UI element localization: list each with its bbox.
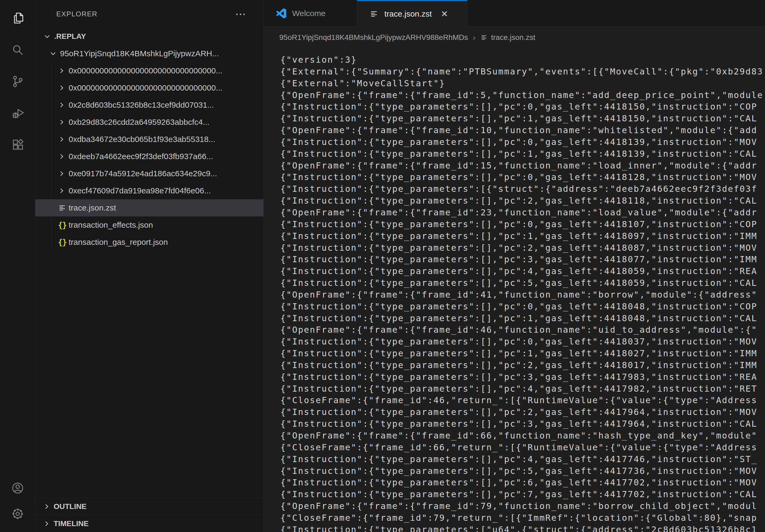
tree-file-row[interactable]: {}transaction_gas_report.json (35, 234, 264, 251)
vscode-logo-icon (276, 8, 286, 19)
code-line: {"Instruction":{"type_parameters":[],"pc… (280, 171, 765, 183)
code-line: {"Instruction":{"type_parameters":[],"pc… (280, 477, 765, 489)
tree-item-label: trace.json.zst (69, 203, 116, 212)
code-line: {"Instruction":{"type_parameters":[],"pc… (280, 230, 765, 242)
code-line: {"OpenFrame":{"frame":{"frame_id":5,"fun… (280, 90, 765, 101)
tree-row[interactable]: 0x0000000000000000000000000000000... (35, 79, 264, 97)
close-icon[interactable]: ✕ (441, 9, 448, 19)
tree-item-label: 95oR1YipjSnqd18K4BMshkLgPijypwzARH... (60, 49, 219, 58)
code-line: {"OpenFrame":{"frame":{"frame_id":15,"fu… (280, 160, 765, 172)
tree-item-label: 0xdba34672e30cb065b1f93e3ab55318... (69, 135, 215, 144)
tree-row[interactable]: 0x0000000000000000000000000000000... (35, 62, 264, 79)
chevron-down-icon (49, 50, 60, 57)
json-braces-icon: {} (58, 238, 69, 247)
git-branch-icon (11, 75, 24, 89)
code-line: {"OpenFrame":{"frame":{"frame_id":41,"fu… (280, 289, 765, 301)
extensions-icon (11, 138, 24, 152)
sidebar-header: EXPLORER ⋯ (35, 0, 264, 28)
account-button[interactable] (5, 476, 30, 501)
code-line: {"Instruction":{"type_parameters":[],"pc… (280, 371, 765, 383)
sidebar-bottom-sections: OUTLINETIMELINE (35, 498, 264, 532)
code-line: {"CloseFrame":{"frame_id":66,"return_":[… (280, 442, 765, 453)
code-line: {"OpenFrame":{"frame":{"frame_id":79,"fu… (280, 500, 765, 512)
chevron-right-icon: › (473, 33, 475, 42)
files-icon (11, 12, 24, 26)
activity-bar (0, 0, 35, 532)
json-braces-icon: {} (58, 220, 69, 230)
chevron-right-icon (58, 135, 69, 143)
account-person-icon (11, 482, 24, 496)
section-label: TIMELINE (54, 519, 89, 528)
code-line: {"CloseFrame":{"frame_id":79,"return_":[… (280, 512, 765, 524)
code-line: {"Instruction":{"type_parameters":[],"pc… (280, 195, 765, 207)
tree-item-label: transaction_effects.json (69, 220, 153, 230)
list-file-icon (480, 34, 488, 41)
extensions-activity-button[interactable] (5, 132, 30, 158)
code-line: {"Instruction":{"type_parameters":[],"pc… (280, 489, 765, 500)
chevron-right-icon (58, 170, 69, 177)
gear-icon (11, 507, 24, 521)
sidebar-title: EXPLORER (56, 10, 98, 18)
code-line: {"Instruction":{"type_parameters":[],"pc… (280, 242, 765, 254)
tree-item-label: transaction_gas_report.json (69, 238, 168, 247)
chevron-down-icon (43, 33, 54, 40)
breadcrumb-folder[interactable]: 95oR1YipjSnqd18K4BMshkLgPijypwzARHV988eR… (279, 33, 468, 42)
sidebar-explorer: EXPLORER ⋯ .REPLAY95oR1YipjSnqd18K4BMshk… (35, 0, 264, 532)
code-editor[interactable]: {"version":3}{"External":{"Summary":{"na… (264, 48, 765, 532)
source-control-activity-button[interactable] (5, 69, 30, 95)
editor-area: Welcome trace.json.zst ✕ 95oR1YipjSnqd18… (264, 0, 765, 532)
code-line: {"Instruction":{"type_parameters":[],"pc… (280, 101, 765, 113)
tree-item-label: 0xb29d83c26cdd2a64959263abbcfc4... (69, 118, 209, 127)
tab-label: trace.json.zst (384, 9, 432, 19)
tab-trace-json-zst[interactable]: trace.json.zst ✕ (357, 0, 467, 27)
indent-guide (51, 62, 52, 250)
search-activity-button[interactable] (5, 38, 30, 63)
tree-row[interactable]: 0xdba34672e30cb065b1f93e3ab55318... (35, 131, 264, 148)
code-line: {"Instruction":{"type_parameters":[],"pc… (280, 336, 765, 348)
tab-bar-empty (467, 0, 765, 27)
code-line: {"Instruction":{"type_parameters":[],"pc… (280, 418, 765, 430)
tree-item-label: 0xdeeb7a4662eec9f2f3def03fb937a66... (69, 152, 213, 161)
tree-item-label: 0xe0917b74a5912e4ad186ac634e29c9... (69, 169, 217, 178)
code-line: {"version":3} (280, 54, 765, 66)
explorer-activity-button[interactable] (5, 6, 30, 32)
tree-file-row[interactable]: {}transaction_effects.json (35, 216, 264, 234)
code-line: {"Instruction":{"type_parameters":[],"pc… (280, 254, 765, 265)
tree-item-label: 0x0000000000000000000000000000000... (69, 83, 223, 93)
tree-row[interactable]: 0xe0917b74a5912e4ad186ac634e29c9... (35, 165, 264, 182)
chevron-right-icon (58, 67, 69, 75)
code-line: {"Instruction":{"type_parameters":["u64"… (280, 524, 765, 532)
chevron-right-icon (58, 187, 69, 194)
sidebar-section-outline[interactable]: OUTLINE (35, 498, 264, 515)
code-line: {"Instruction":{"type_parameters":[],"pc… (280, 348, 765, 360)
tree-row[interactable]: .REPLAY (35, 28, 264, 45)
tree-file-row[interactable]: trace.json.zst (35, 199, 264, 216)
code-line: {"Instruction":{"type_parameters":[],"pc… (280, 136, 765, 148)
code-line: {"Instruction":{"type_parameters":[{"str… (280, 183, 765, 195)
tree-row[interactable]: 0xecf47609d7da919ea98e7fd04f6e06... (35, 182, 264, 199)
code-line: {"Instruction":{"type_parameters":[],"pc… (280, 406, 765, 418)
code-line: {"External":{"Summary":{"name":"PTBSumma… (280, 66, 765, 78)
settings-button[interactable] (5, 501, 30, 527)
code-line: {"OpenFrame":{"frame":{"frame_id":66,"fu… (280, 430, 765, 442)
run-debug-activity-button[interactable] (5, 101, 30, 127)
file-tree: .REPLAY95oR1YipjSnqd18K4BMshkLgPijypwzAR… (35, 28, 264, 251)
tree-row[interactable]: 0x2c8d603bc51326b8c13cef9dd07031... (35, 97, 264, 114)
breadcrumb-file-label: trace.json.zst (491, 33, 535, 42)
tree-row[interactable]: 0xdeeb7a4662eec9f2f3def03fb937a66... (35, 148, 264, 165)
list-file-icon (58, 204, 69, 212)
code-line: {"Instruction":{"type_parameters":[],"pc… (280, 453, 765, 465)
breadcrumb-file[interactable]: trace.json.zst (480, 33, 535, 42)
sidebar-section-timeline[interactable]: TIMELINE (35, 515, 264, 532)
vscode-window: EXPLORER ⋯ .REPLAY95oR1YipjSnqd18K4BMshk… (0, 0, 765, 532)
chevron-right-icon (58, 101, 69, 109)
tree-row[interactable]: 0xb29d83c26cdd2a64959263abbcfc4... (35, 114, 264, 131)
chevron-right-icon (58, 153, 69, 160)
chevron-right-icon (43, 503, 54, 510)
more-actions-icon[interactable]: ⋯ (235, 11, 246, 17)
tree-item-label: 0x2c8d603bc51326b8c13cef9dd07031... (69, 101, 214, 110)
tree-row[interactable]: 95oR1YipjSnqd18K4BMshkLgPijypwzARH... (35, 45, 264, 62)
chevron-right-icon (58, 84, 69, 92)
code-line: {"OpenFrame":{"frame":{"frame_id":46,"fu… (280, 324, 765, 336)
tab-welcome[interactable]: Welcome (264, 0, 357, 27)
